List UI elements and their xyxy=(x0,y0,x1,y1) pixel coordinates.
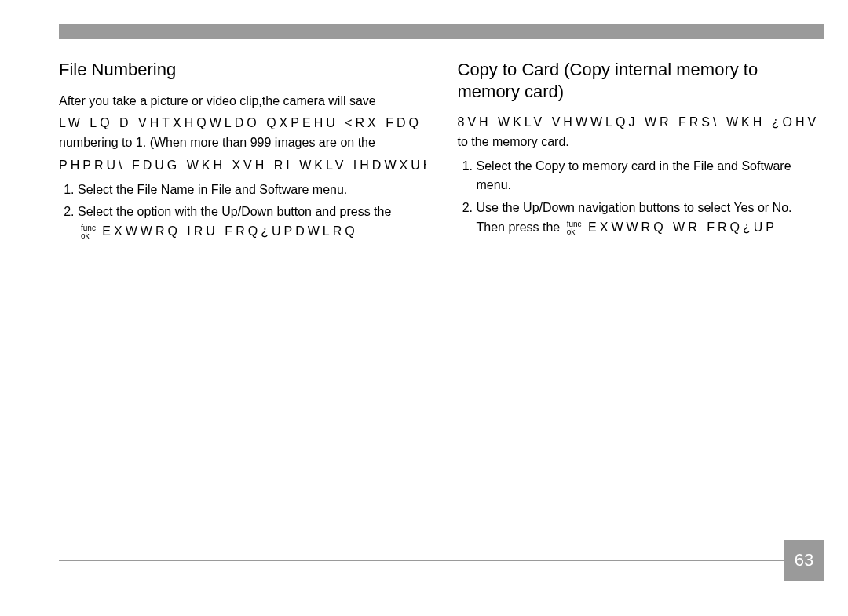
func-ok-icon: func ok xyxy=(567,221,582,236)
right-heading: Copy to Card (Copy internal memory to me… xyxy=(458,59,825,102)
right-step-2-garbled: EXWWRQ WR FRQ¿UP xyxy=(588,221,777,234)
left-heading: File Numbering xyxy=(59,59,426,81)
left-garbled-1: LW LQ D VHTXHQWLDO QXPEHU <RX FDQ XVH WK… xyxy=(59,114,426,133)
right-step-2-text-a: Use the Up/Down navigation buttons to se… xyxy=(477,201,792,214)
content-columns: File Numbering After you take a picture … xyxy=(59,59,824,245)
right-garbled-1: 8VH WKLV VHWWLQJ WR FRS\ WKH ¿OHV xyxy=(458,113,825,133)
right-step-2-text-b: Then press the xyxy=(477,221,561,234)
left-p1: After you take a picture or video clip,t… xyxy=(59,92,426,111)
right-step-1: Select the Copy to memory card in the Fi… xyxy=(477,157,825,196)
left-step-2-text: Select the option with the Up/Down butto… xyxy=(78,205,391,218)
left-garbled-2: PHPRU\ FDUG WKH XVH RI WKLV IHDWXUH ZLOO… xyxy=(59,156,426,176)
left-p2: numbering to 1. (When more than 999 imag… xyxy=(59,133,426,153)
header-bar xyxy=(59,24,824,39)
manual-page: File Numbering After you take a picture … xyxy=(0,0,848,616)
footer-rule xyxy=(59,560,784,561)
page-number: 63 xyxy=(784,540,824,581)
left-column: File Numbering After you take a picture … xyxy=(59,59,426,245)
ok-label: ok xyxy=(567,228,582,236)
left-steps: Select the File Name in File and Softwar… xyxy=(59,180,426,242)
right-step-2: Use the Up/Down navigation buttons to se… xyxy=(477,199,825,238)
right-steps: Select the Copy to memory card in the Fi… xyxy=(458,157,825,238)
left-step-2-garbled: EXWWRQ IRU FRQ¿UPDWLRQ xyxy=(102,224,357,238)
ok-label: ok xyxy=(81,232,96,240)
func-ok-icon: func ok xyxy=(81,224,96,240)
right-p1: to the memory card. xyxy=(458,133,825,152)
left-step-1: Select the File Name in File and Softwar… xyxy=(78,180,426,200)
left-step-2: Select the option with the Up/Down butto… xyxy=(78,202,426,242)
right-column: Copy to Card (Copy internal memory to me… xyxy=(458,59,825,245)
